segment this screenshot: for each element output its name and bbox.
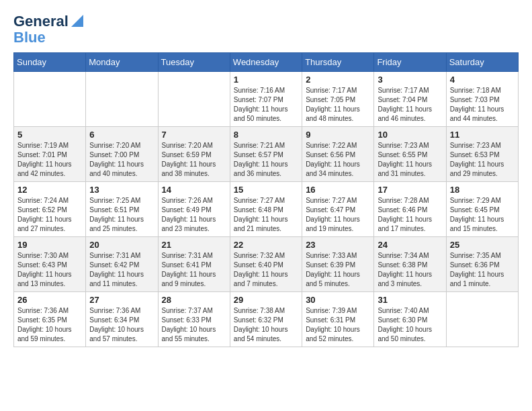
calendar-cell [158,72,230,127]
day-number: 7 [162,130,226,140]
day-info: Sunrise: 7:18 AM Sunset: 7:03 PM Dayligh… [450,86,515,124]
day-number: 1 [234,75,298,85]
svg-marker-0 [71,15,83,27]
day-info: Sunrise: 7:37 AM Sunset: 6:33 PM Dayligh… [162,306,226,344]
day-info: Sunrise: 7:25 AM Sunset: 6:51 PM Dayligh… [89,196,154,234]
day-info: Sunrise: 7:35 AM Sunset: 6:36 PM Dayligh… [450,251,515,289]
day-number: 13 [89,185,154,195]
calendar-cell: 31Sunrise: 7:40 AM Sunset: 6:30 PM Dayli… [374,292,446,347]
logo-icon [71,15,83,27]
day-number: 22 [234,240,298,250]
calendar-cell: 16Sunrise: 7:27 AM Sunset: 6:47 PM Dayli… [302,182,374,237]
day-info: Sunrise: 7:23 AM Sunset: 6:55 PM Dayligh… [378,141,442,179]
day-info: Sunrise: 7:31 AM Sunset: 6:41 PM Dayligh… [162,251,226,289]
day-info: Sunrise: 7:16 AM Sunset: 7:07 PM Dayligh… [234,86,298,124]
calendar-cell: 6Sunrise: 7:20 AM Sunset: 7:00 PM Daylig… [86,127,158,182]
day-number: 24 [378,240,442,250]
calendar-week-3: 12Sunrise: 7:24 AM Sunset: 6:52 PM Dayli… [14,182,519,237]
calendar-cell: 12Sunrise: 7:24 AM Sunset: 6:52 PM Dayli… [14,182,86,237]
logo-text: General [13,13,69,30]
day-info: Sunrise: 7:24 AM Sunset: 6:52 PM Dayligh… [17,196,82,234]
page-header: General Blue [13,13,519,46]
day-number: 10 [378,130,442,140]
day-info: Sunrise: 7:20 AM Sunset: 7:00 PM Dayligh… [89,141,154,179]
day-info: Sunrise: 7:19 AM Sunset: 7:01 PM Dayligh… [17,141,82,179]
day-number: 18 [450,185,515,195]
day-info: Sunrise: 7:20 AM Sunset: 6:59 PM Dayligh… [162,141,226,179]
day-number: 3 [378,75,442,85]
calendar-cell: 26Sunrise: 7:36 AM Sunset: 6:35 PM Dayli… [14,292,86,347]
calendar-cell: 13Sunrise: 7:25 AM Sunset: 6:51 PM Dayli… [86,182,158,237]
header-wednesday: Wednesday [230,53,302,72]
day-number: 6 [89,130,154,140]
day-info: Sunrise: 7:27 AM Sunset: 6:47 PM Dayligh… [306,196,370,234]
calendar-cell: 7Sunrise: 7:20 AM Sunset: 6:59 PM Daylig… [158,127,230,182]
day-info: Sunrise: 7:27 AM Sunset: 6:48 PM Dayligh… [234,196,298,234]
calendar-cell: 4Sunrise: 7:18 AM Sunset: 7:03 PM Daylig… [446,72,518,127]
day-number: 25 [450,240,515,250]
calendar-cell: 18Sunrise: 7:29 AM Sunset: 6:45 PM Dayli… [446,182,518,237]
day-number: 26 [17,295,82,305]
day-info: Sunrise: 7:36 AM Sunset: 6:34 PM Dayligh… [89,306,154,344]
day-info: Sunrise: 7:17 AM Sunset: 7:04 PM Dayligh… [378,86,442,124]
calendar-cell: 29Sunrise: 7:38 AM Sunset: 6:32 PM Dayli… [230,292,302,347]
day-number: 14 [162,185,226,195]
day-number: 11 [450,130,515,140]
calendar-cell: 9Sunrise: 7:22 AM Sunset: 6:56 PM Daylig… [302,127,374,182]
day-info: Sunrise: 7:33 AM Sunset: 6:39 PM Dayligh… [306,251,370,289]
day-number: 2 [306,75,370,85]
day-info: Sunrise: 7:17 AM Sunset: 7:05 PM Dayligh… [306,86,370,124]
calendar-cell: 8Sunrise: 7:21 AM Sunset: 6:57 PM Daylig… [230,127,302,182]
calendar-cell: 19Sunrise: 7:30 AM Sunset: 6:43 PM Dayli… [14,237,86,292]
calendar-cell: 1Sunrise: 7:16 AM Sunset: 7:07 PM Daylig… [230,72,302,127]
day-number: 15 [234,185,298,195]
header-friday: Friday [374,53,446,72]
calendar-cell: 27Sunrise: 7:36 AM Sunset: 6:34 PM Dayli… [86,292,158,347]
day-info: Sunrise: 7:38 AM Sunset: 6:32 PM Dayligh… [234,306,298,344]
day-number: 20 [89,240,154,250]
calendar-cell: 22Sunrise: 7:32 AM Sunset: 6:40 PM Dayli… [230,237,302,292]
day-number: 8 [234,130,298,140]
header-thursday: Thursday [302,53,374,72]
day-info: Sunrise: 7:21 AM Sunset: 6:57 PM Dayligh… [234,141,298,179]
logo-blue-text: Blue [13,30,46,46]
calendar-week-4: 19Sunrise: 7:30 AM Sunset: 6:43 PM Dayli… [14,237,519,292]
calendar-cell: 24Sunrise: 7:34 AM Sunset: 6:38 PM Dayli… [374,237,446,292]
day-number: 29 [234,295,298,305]
day-number: 23 [306,240,370,250]
calendar-cell: 28Sunrise: 7:37 AM Sunset: 6:33 PM Dayli… [158,292,230,347]
day-info: Sunrise: 7:31 AM Sunset: 6:42 PM Dayligh… [89,251,154,289]
calendar-week-5: 26Sunrise: 7:36 AM Sunset: 6:35 PM Dayli… [14,292,519,347]
calendar-week-2: 5Sunrise: 7:19 AM Sunset: 7:01 PM Daylig… [14,127,519,182]
day-number: 5 [17,130,82,140]
day-number: 28 [162,295,226,305]
day-number: 16 [306,185,370,195]
day-number: 21 [162,240,226,250]
calendar-cell: 5Sunrise: 7:19 AM Sunset: 7:01 PM Daylig… [14,127,86,182]
calendar-cell [86,72,158,127]
day-info: Sunrise: 7:23 AM Sunset: 6:53 PM Dayligh… [450,141,515,179]
day-info: Sunrise: 7:22 AM Sunset: 6:56 PM Dayligh… [306,141,370,179]
calendar-cell [14,72,86,127]
logo: General Blue [13,13,83,46]
calendar-cell: 15Sunrise: 7:27 AM Sunset: 6:48 PM Dayli… [230,182,302,237]
calendar-cell: 14Sunrise: 7:26 AM Sunset: 6:49 PM Dayli… [158,182,230,237]
calendar-cell [446,292,518,347]
day-number: 30 [306,295,370,305]
calendar-cell: 25Sunrise: 7:35 AM Sunset: 6:36 PM Dayli… [446,237,518,292]
calendar-cell: 10Sunrise: 7:23 AM Sunset: 6:55 PM Dayli… [374,127,446,182]
day-number: 4 [450,75,515,85]
calendar-cell: 20Sunrise: 7:31 AM Sunset: 6:42 PM Dayli… [86,237,158,292]
day-info: Sunrise: 7:34 AM Sunset: 6:38 PM Dayligh… [378,251,442,289]
header-monday: Monday [86,53,158,72]
calendar-cell: 30Sunrise: 7:39 AM Sunset: 6:31 PM Dayli… [302,292,374,347]
calendar-header-row: SundayMondayTuesdayWednesdayThursdayFrid… [14,53,519,72]
day-number: 9 [306,130,370,140]
day-number: 31 [378,295,442,305]
day-number: 17 [378,185,442,195]
day-info: Sunrise: 7:30 AM Sunset: 6:43 PM Dayligh… [17,251,82,289]
day-info: Sunrise: 7:28 AM Sunset: 6:46 PM Dayligh… [378,196,442,234]
day-info: Sunrise: 7:36 AM Sunset: 6:35 PM Dayligh… [17,306,82,344]
header-sunday: Sunday [14,53,86,72]
day-number: 12 [17,185,82,195]
